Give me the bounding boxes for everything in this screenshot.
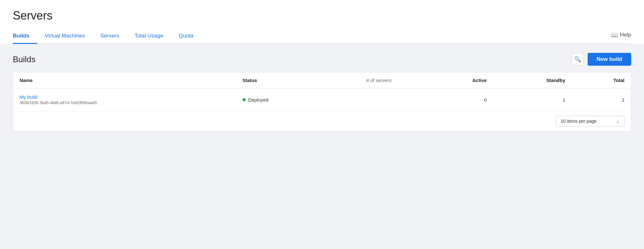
new-build-button[interactable]: New build xyxy=(588,53,631,66)
help-label: Help xyxy=(620,32,631,38)
col-header-total: Total xyxy=(572,72,631,88)
cell-active: 0 xyxy=(426,88,493,111)
table-row: My build 36083326-3bd5-4b8f-a97d-7e82f06… xyxy=(13,88,631,111)
search-icon: 🔍 xyxy=(574,56,581,63)
status-text: Deployed xyxy=(248,97,268,103)
content-area: Builds 🔍 New build Name Status # of serv… xyxy=(0,44,644,249)
tab-servers[interactable]: Servers xyxy=(93,29,127,44)
cell-status: Deployed xyxy=(236,88,332,111)
build-name-link[interactable]: My build xyxy=(20,94,230,100)
build-id: 36083326-3bd5-4b8f-a97d-7e82f066aa40 xyxy=(20,100,97,105)
col-header-standby: Standby xyxy=(493,72,572,88)
chevron-down-icon: ⌄ xyxy=(616,119,620,124)
builds-actions: 🔍 New build xyxy=(572,53,631,66)
status-dot-deployed xyxy=(243,98,246,101)
builds-header: Builds 🔍 New build xyxy=(0,44,644,72)
table-header-row: Name Status # of servers Active Standby … xyxy=(13,72,631,88)
items-per-page-selector[interactable]: 10 items per page ⌄ xyxy=(556,116,624,127)
status-cell: Deployed xyxy=(243,97,326,103)
items-per-page-label: 10 items per page xyxy=(561,119,597,124)
page-header: Servers Builds Virtual Machines Servers … xyxy=(0,0,644,44)
search-button[interactable]: 🔍 xyxy=(572,53,584,65)
tab-virtual-machines[interactable]: Virtual Machines xyxy=(37,29,93,44)
tab-bar: Builds Virtual Machines Servers Total Us… xyxy=(13,29,631,44)
col-header-status: Status xyxy=(236,72,332,88)
tab-bar-left: Builds Virtual Machines Servers Total Us… xyxy=(13,29,611,44)
cell-standby: 1 xyxy=(493,88,572,111)
cell-name: My build 36083326-3bd5-4b8f-a97d-7e82f06… xyxy=(13,88,236,111)
col-header-name: Name xyxy=(13,72,236,88)
help-section: 📖 Help xyxy=(611,31,631,41)
page-title: Servers xyxy=(13,9,631,22)
cell-total: 1 xyxy=(572,88,631,111)
tab-builds[interactable]: Builds xyxy=(13,29,37,44)
col-header-active: Active xyxy=(426,72,493,88)
builds-table: Name Status # of servers Active Standby … xyxy=(13,72,631,111)
builds-section-title: Builds xyxy=(13,54,36,64)
pagination-row: 10 items per page ⌄ xyxy=(13,111,631,131)
tab-total-usage[interactable]: Total Usage xyxy=(127,29,171,44)
tab-quota[interactable]: Quota xyxy=(171,29,201,44)
col-header-num-servers: # of servers xyxy=(332,72,426,88)
help-icon: 📖 xyxy=(611,31,618,38)
cell-num-servers xyxy=(332,88,426,111)
builds-table-container: Name Status # of servers Active Standby … xyxy=(13,72,631,131)
